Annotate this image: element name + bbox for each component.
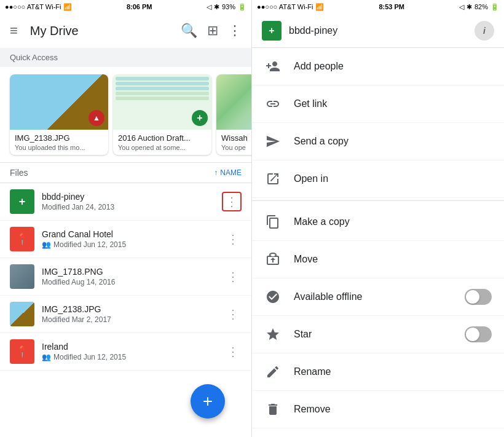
quick-access-scroll: ▲ IMG_2138.JPG You uploaded this mo... +: [0, 67, 251, 162]
quick-access-item[interactable]: + 2016 Auction Draft... You opened at so…: [113, 74, 211, 155]
file-more-img-1718[interactable]: ⋮: [224, 267, 242, 286]
file-modified-2: Modified Aug 14, 2016: [42, 278, 115, 286]
qa-badge-2: +: [192, 110, 208, 126]
battery-right: 82%: [474, 3, 488, 10]
qa-name-3: Wissah: [221, 133, 251, 143]
open-in-label: Open in: [294, 173, 492, 184]
sort-icon: ↑: [214, 168, 218, 177]
file-modified-4: Modified Jun 12, 2015: [53, 353, 126, 361]
battery-icon-left: 🔋: [238, 3, 246, 11]
menu-item-add-people[interactable]: Add people: [252, 48, 504, 85]
qa-info-2: 2016 Auction Draft... You opened at some…: [113, 130, 211, 155]
qa-line: [116, 96, 209, 100]
file-icon-drive-plus: +: [10, 189, 34, 214]
toolbar-icons: 🔍 ⊞ ⋮: [181, 23, 242, 39]
file-icon-img-1718: [10, 264, 34, 289]
make-copy-label: Make a copy: [294, 216, 492, 227]
left-status-left: ●●○○○ AT&T Wi-Fi 📶: [5, 3, 72, 11]
star-label: Star: [294, 329, 452, 340]
available-offline-label: Available offline: [294, 291, 452, 302]
file-item-ireland[interactable]: 📍 Ireland 👥 Modified Jun 12, 2015 ⋮: [0, 333, 251, 371]
file-item-img-2138[interactable]: IMG_2138.JPG Modified Mar 2, 2017 ⋮: [0, 296, 251, 333]
qa-info-3: Wissah You ope: [216, 130, 251, 155]
available-offline-toggle[interactable]: [465, 289, 492, 305]
menu-item-get-link[interactable]: Get link: [252, 85, 504, 123]
qa-line: [116, 82, 209, 85]
right-status-right: ◁ ✱ 82% 🔋: [459, 3, 499, 11]
qa-name-2: 2016 Auction Draft...: [118, 133, 207, 143]
menu-item-make-copy[interactable]: Make a copy: [252, 203, 504, 241]
menu-item-send-copy[interactable]: Send a copy: [252, 123, 504, 160]
file-name-grand-canal: Grand Canal Hotel: [42, 229, 217, 239]
menu-item-rename[interactable]: Rename: [252, 353, 504, 391]
files-label: Files: [10, 168, 28, 178]
file-modified-0: Modified Jan 24, 2013: [42, 203, 114, 211]
battery-icon-right: 🔋: [490, 3, 499, 11]
qa-line: [116, 92, 209, 95]
file-info-ireland: Ireland 👥 Modified Jun 12, 2015: [42, 342, 217, 361]
open-in-icon: [264, 170, 282, 187]
qa-date-3: You ope: [221, 144, 251, 151]
qa-badge-icon-2: +: [197, 112, 202, 124]
file-info-img-1718: IMG_1718.PNG Modified Aug 14, 2016: [42, 267, 217, 286]
menu-item-star[interactable]: Star: [252, 316, 504, 353]
file-more-ireland[interactable]: ⋮: [224, 342, 242, 361]
make-copy-icon: [264, 213, 282, 230]
file-item-bbdd-piney[interactable]: + bbdd-piney Modified Jan 24, 2013 ⋮: [0, 183, 251, 221]
menu-item-remove[interactable]: Remove: [252, 391, 504, 428]
carrier-right: ●●○○○ AT&T Wi-Fi: [257, 3, 313, 10]
file-meta-bbdd-piney: Modified Jan 24, 2013: [42, 203, 215, 211]
remove-icon: [264, 401, 282, 418]
status-bar-right: ●●○○○ AT&T Wi-Fi 📶 8:53 PM ◁ ✱ 82% 🔋: [252, 0, 504, 14]
star-icon: [264, 326, 282, 343]
qa-map-bg: [216, 74, 251, 130]
location-icon-left: ◁: [207, 3, 211, 11]
quick-access-item[interactable]: Wissah You ope: [216, 74, 251, 155]
menu-item-move[interactable]: Move: [252, 241, 504, 278]
left-panel: ●●○○○ AT&T Wi-Fi 📶 8:06 PM ◁ ✱ 93% 🔋 ≡ M…: [0, 0, 252, 437]
sort-button[interactable]: ↑ NAME: [214, 168, 242, 177]
file-icon-img-2138: [10, 302, 34, 326]
img-thumb-1718: [10, 264, 34, 289]
toolbar-left: ≡ My Drive 🔍 ⊞ ⋮: [0, 14, 251, 48]
wifi-icon-left: 📶: [63, 3, 72, 11]
menu-item-available-offline[interactable]: Available offline: [252, 278, 504, 316]
quick-access-item[interactable]: ▲ IMG_2138.JPG You uploaded this mo...: [10, 74, 108, 155]
more-icon[interactable]: ⋮: [228, 23, 242, 39]
qa-thumb-map: [216, 74, 251, 130]
status-bar-left: ●●○○○ AT&T Wi-Fi 📶 8:06 PM ◁ ✱ 93% 🔋: [0, 0, 251, 14]
page-title: My Drive: [30, 24, 173, 38]
files-header: Files ↑ NAME: [0, 162, 251, 183]
search-icon[interactable]: 🔍: [181, 23, 197, 39]
file-name-ireland: Ireland: [42, 342, 217, 352]
file-more-grand-canal[interactable]: ⋮: [224, 229, 242, 249]
file-icon-map-pin-1: 📍: [10, 227, 34, 251]
file-item-grand-canal[interactable]: 📍 Grand Canal Hotel 👥 Modified Jun 12, 2…: [0, 221, 251, 258]
location-icon-right: ◁: [459, 3, 464, 11]
star-toggle[interactable]: [465, 326, 492, 342]
qa-thumb-spreadsheet: +: [113, 74, 211, 130]
img-thumb-2138: [10, 302, 34, 326]
qa-name-1: IMG_2138.JPG: [15, 133, 103, 143]
add-people-icon: [264, 58, 282, 75]
menu-icon[interactable]: ≡: [10, 23, 18, 39]
bluetooth-icon-left: ✱: [214, 3, 219, 11]
fab-button[interactable]: +: [191, 384, 225, 419]
info-icon[interactable]: i: [474, 21, 494, 41]
file-more-img-2138[interactable]: ⋮: [224, 304, 242, 324]
right-panel: ●●○○○ AT&T Wi-Fi 📶 8:53 PM ◁ ✱ 82% 🔋 + b…: [252, 0, 504, 437]
get-link-label: Get link: [294, 98, 492, 109]
file-name-img-2138: IMG_2138.JPG: [42, 304, 217, 314]
rename-icon: [264, 363, 282, 380]
file-item-img-1718[interactable]: IMG_1718.PNG Modified Aug 14, 2016 ⋮: [0, 258, 251, 296]
context-menu: Add people Get link Send a copy: [252, 48, 504, 437]
add-people-label: Add people: [294, 61, 492, 72]
context-header: + bbdd-piney i: [252, 14, 504, 48]
file-more-bbdd-piney[interactable]: ⋮: [222, 192, 242, 211]
available-offline-icon: [264, 288, 282, 305]
file-meta-img-2138: Modified Mar 2, 2017: [42, 315, 217, 324]
menu-item-open-in[interactable]: Open in: [252, 160, 504, 198]
file-meta-img-1718: Modified Aug 14, 2016: [42, 278, 217, 286]
grid-icon[interactable]: ⊞: [207, 23, 218, 39]
wifi-icon-right: 📶: [315, 3, 324, 11]
